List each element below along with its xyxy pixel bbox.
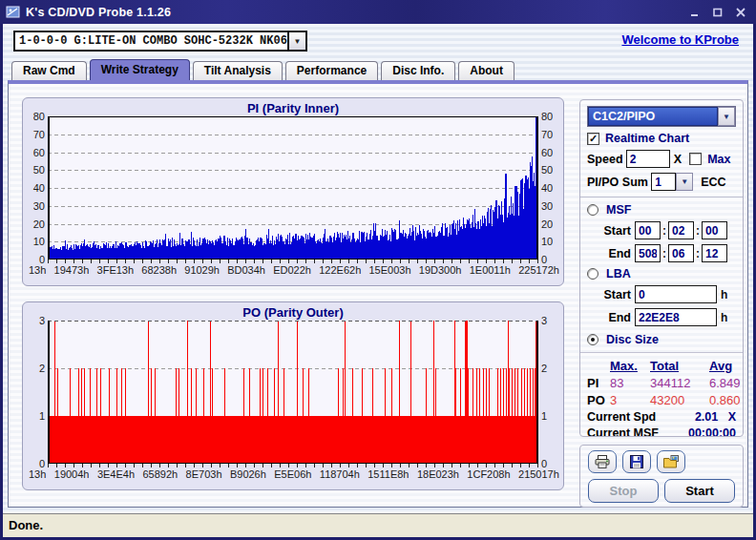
po-row-label: PO [587,393,610,407]
separator: : [696,224,700,238]
max-checkbox[interactable] [689,153,702,165]
control-panel: C1C2/PIPO ▼ ✓ Realtime Chart Speed X Max [579,99,744,437]
print-button[interactable] [588,450,617,473]
speed-label: Speed [587,153,623,166]
pi-xaxis-labels: 13h19473h3FE13h68238h91029hBD034hED022h1… [23,263,563,276]
status-text: Done. [9,518,43,532]
minimize-icon[interactable] [689,7,701,17]
po-max: 3 [610,393,650,407]
maximize-icon[interactable] [712,7,724,17]
po-chart-canvas [48,321,538,464]
tab-raw-cmd[interactable]: Raw Cmd [11,61,87,80]
tab-about[interactable]: About [458,61,514,80]
speed-unit: X [674,153,682,166]
lba-end-label: End [598,311,631,324]
pi-avg: 6.849 [709,376,744,390]
current-msf-label: Current MSF [587,426,673,437]
po-yaxis-left: 0123 [23,321,48,467]
current-spd-value: 2.01 X [673,410,736,424]
actions-panel: Stop Start [579,445,744,508]
title-bar: K's CD/DVD Probe 1.1.26 [0,0,756,24]
capture-button[interactable] [657,450,685,473]
pipo-sum-input[interactable] [651,173,676,191]
mode-select[interactable]: C1C2/PIPO ▼ [587,106,736,127]
floppy-disk-icon [630,455,643,468]
window-title: K's CD/DVD Probe 1.1.26 [26,6,689,19]
pi-total: 344112 [650,376,709,390]
hex-unit: h [721,311,727,324]
chevron-down-icon[interactable]: ▼ [718,107,735,126]
lba-start-label: Start [598,288,631,301]
tab-tilt-analysis[interactable]: Tilt Analysis [193,61,283,80]
separator: : [662,224,666,238]
pipo-sum-label: PI/PO Sum [587,176,648,189]
current-msf-value: 00:00:00 [673,426,736,437]
tab-bar: Raw Cmd Write Strategy Tilt Analysis Per… [11,59,514,80]
image-folder-icon [663,455,679,468]
disc-size-label: Disc Size [606,333,659,346]
pi-yaxis-left: 01020304050607080 [23,116,48,263]
app-window: K's CD/DVD Probe 1.1.26 1-0-0-0 G:LITE-O… [0,0,756,540]
device-select-value: 1-0-0-0 G:LITE-ON COMBO SOHC-5232K NK06 [15,32,287,50]
close-icon[interactable] [735,7,746,17]
chevron-down-icon[interactable]: ▼ [287,32,305,50]
separator: : [696,247,700,260]
disc-size-radio[interactable] [587,334,598,345]
mode-select-value: C1C2/PIPO [588,107,718,126]
separator: : [662,247,666,260]
pi-xaxis-ticks [48,260,538,263]
msf-end-label: End [598,247,631,260]
device-select[interactable]: 1-0-0-0 G:LITE-ON COMBO SOHC-5232K NK06 … [13,31,307,52]
msf-start-frame[interactable] [702,221,727,239]
mode-section: C1C2/PIPO ▼ ✓ Realtime Chart Speed X Max [580,100,743,197]
lba-end-input[interactable] [635,308,717,326]
pi-chart-title: PI (Parity Inner) [23,98,563,116]
current-spd-label: Current Spd [587,410,673,424]
range-section: MSF Start : : End : : [580,197,743,352]
lba-start-input[interactable] [635,285,717,303]
write-strategy-page: PI (Parity Inner) 01020304050607080 0102… [8,80,748,508]
msf-end-frame[interactable] [702,244,727,262]
msf-start-sec[interactable] [668,221,694,239]
po-xaxis-ticks [48,464,538,467]
stats-header-avg: Avg [709,359,744,373]
realtime-chart-checkbox[interactable]: ✓ [587,133,599,145]
po-chart-title: PO (Parity Outer) [23,302,563,321]
po-avg: 0.860 [709,393,744,407]
chevron-down-icon[interactable]: ▼ [676,173,693,191]
start-button[interactable]: Start [664,479,735,503]
window-body: 1-0-0-0 G:LITE-ON COMBO SOHC-5232K NK06 … [3,24,753,537]
pi-row-label: PI [587,376,610,390]
msf-end-min[interactable] [635,244,661,262]
max-label: Max [707,153,730,166]
po-xaxis-labels: 13h19004h3E4E4h65892h8E703hB9026hE5E06h1… [23,467,563,480]
po-yaxis-right: 0123 [538,321,563,467]
stats-header-total: Total [650,359,709,373]
pi-chart-canvas [48,116,538,260]
speed-input[interactable] [626,150,670,168]
save-button[interactable] [622,450,651,473]
stop-button[interactable]: Stop [588,479,659,503]
printer-icon [595,455,610,468]
stats-section: Max. Total Avg PI 83 344112 6.849 PO 3 4… [580,352,743,437]
app-icon [6,5,20,19]
tab-disc-info[interactable]: Disc Info. [381,61,455,80]
status-bar: Done. [3,513,753,537]
pi-chart-panel: PI (Parity Inner) 01020304050607080 0102… [22,97,564,286]
msf-label: MSF [606,203,631,217]
check-icon: ✓ [589,133,598,145]
welcome-link[interactable]: Welcome to KProbe [621,32,739,47]
lba-radio[interactable] [587,268,598,280]
msf-end-sec[interactable] [668,244,694,262]
pi-yaxis-right: 01020304050607080 [538,116,563,263]
lba-label: LBA [606,267,631,280]
tab-performance[interactable]: Performance [285,61,378,80]
realtime-chart-label: Realtime Chart [605,132,689,145]
pi-max: 83 [610,376,650,390]
ecc-label: ECC [701,176,725,189]
msf-radio[interactable] [587,204,598,216]
tab-write-strategy[interactable]: Write Strategy [90,59,190,80]
msf-start-label: Start [598,224,631,238]
po-total: 43200 [650,393,709,407]
msf-start-min[interactable] [635,221,661,239]
